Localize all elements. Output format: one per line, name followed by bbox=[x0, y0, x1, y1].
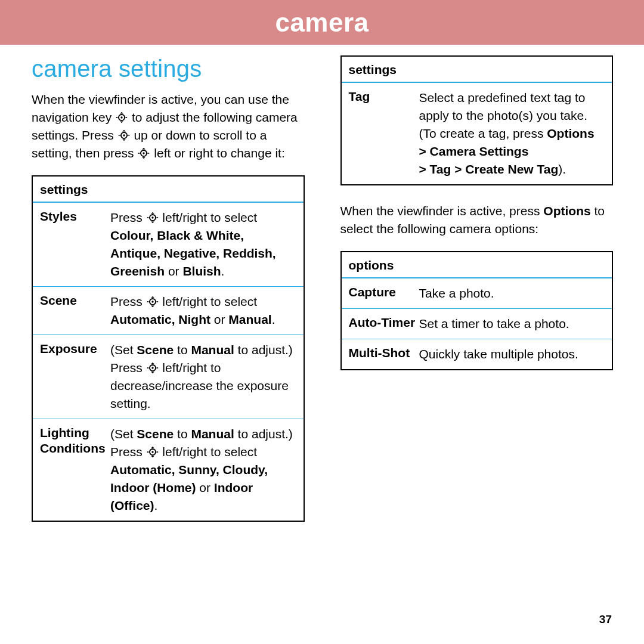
option-desc: Quickly take multiple photos. bbox=[419, 345, 605, 363]
text: Press bbox=[110, 295, 146, 308]
text: . bbox=[154, 499, 158, 512]
table-row: Exposure (Set Scene to Manual to adjust.… bbox=[33, 335, 304, 419]
nav-key-icon bbox=[146, 445, 159, 459]
table-row: Capture Take a photo. bbox=[342, 278, 612, 308]
svg-point-7 bbox=[128, 135, 129, 136]
setting-name: Lighting Conditions bbox=[40, 425, 110, 515]
setting-desc: (Set Scene to Manual to adjust.) Press l… bbox=[110, 425, 296, 515]
setting-name: Exposure bbox=[40, 341, 110, 413]
left-column: camera settings When the viewfinder is a… bbox=[32, 55, 305, 522]
setting-desc: Select a predefined text tag to apply to… bbox=[419, 89, 605, 178]
page-number: 37 bbox=[599, 613, 612, 626]
settings-table: settings Styles Press left/right to sele… bbox=[32, 175, 305, 522]
table-header: settings bbox=[33, 177, 304, 203]
setting-name: Tag bbox=[349, 89, 419, 178]
text: (Set bbox=[110, 343, 137, 357]
svg-point-2 bbox=[116, 117, 117, 118]
option-name: Multi-Shot bbox=[349, 345, 419, 363]
table-row: Lighting Conditions (Set Scene to Manual… bbox=[33, 419, 304, 521]
text: or bbox=[199, 481, 214, 494]
option-last: Bluish bbox=[182, 264, 221, 278]
text: to bbox=[174, 427, 191, 441]
svg-point-26 bbox=[147, 451, 148, 453]
nav-key-icon bbox=[146, 295, 159, 308]
svg-point-23 bbox=[157, 367, 158, 369]
svg-point-17 bbox=[151, 301, 153, 302]
setting-name: Scene bbox=[40, 293, 110, 329]
intro-text-4: left or right to change it: bbox=[154, 146, 284, 160]
menu-path: > Tag > Create New Tag bbox=[419, 162, 559, 176]
svg-point-13 bbox=[151, 216, 153, 218]
banner-title: camera bbox=[275, 8, 369, 37]
options-intro: When the viewfinder is active, press Opt… bbox=[340, 202, 614, 238]
svg-point-22 bbox=[147, 367, 148, 369]
svg-point-1 bbox=[120, 116, 122, 118]
svg-point-15 bbox=[157, 217, 158, 218]
table-header: settings bbox=[342, 57, 612, 83]
svg-point-5 bbox=[123, 134, 125, 136]
svg-point-19 bbox=[157, 301, 158, 302]
option-desc: Set a timer to take a photo. bbox=[419, 315, 605, 333]
option-last: Manual bbox=[228, 312, 271, 326]
bold: Scene bbox=[137, 343, 174, 357]
text: . bbox=[272, 312, 275, 326]
nav-key-icon bbox=[117, 129, 131, 142]
text: or bbox=[168, 264, 183, 278]
text: Lighting bbox=[40, 425, 110, 441]
nav-key-icon bbox=[146, 211, 159, 224]
bold: Manual bbox=[191, 427, 234, 441]
text: When the viewfinder is active, press bbox=[340, 204, 544, 218]
table-row: Multi-Shot Quickly take multiple photos. bbox=[342, 339, 612, 369]
text: left/right to select bbox=[162, 295, 257, 308]
nav-key-icon bbox=[137, 147, 150, 160]
text: or bbox=[214, 312, 229, 326]
text: left/right to select bbox=[162, 210, 257, 224]
bold: Scene bbox=[137, 427, 174, 441]
text: (Set bbox=[110, 427, 137, 441]
bold: Options bbox=[543, 204, 590, 218]
nav-key-icon bbox=[115, 111, 128, 124]
svg-point-11 bbox=[148, 153, 150, 154]
text: . bbox=[221, 264, 225, 278]
svg-point-21 bbox=[151, 367, 153, 369]
table-row: Auto-Timer Set a timer to take a photo. bbox=[342, 308, 612, 339]
page-content: camera settings When the viewfinder is a… bbox=[0, 45, 644, 522]
text: to bbox=[174, 343, 191, 357]
svg-point-27 bbox=[157, 451, 158, 453]
table-row: Tag Select a predefined text tag to appl… bbox=[342, 83, 612, 184]
option-list: Automatic, Night bbox=[110, 312, 210, 326]
text: ). bbox=[558, 162, 566, 176]
svg-point-6 bbox=[118, 135, 119, 136]
option-name: Auto-Timer bbox=[349, 315, 419, 333]
table-row: Styles Press left/right to select Colour… bbox=[33, 203, 304, 286]
svg-point-14 bbox=[147, 217, 148, 218]
right-column: settings Tag Select a predefined text ta… bbox=[340, 55, 614, 522]
svg-point-25 bbox=[151, 451, 153, 453]
setting-desc: Press left/right to select Automatic, Ni… bbox=[110, 293, 296, 329]
text: Conditions bbox=[40, 441, 110, 456]
setting-name: Styles bbox=[40, 209, 110, 280]
option-name: Capture bbox=[349, 284, 419, 302]
intro-paragraph: When the viewfinder is active, you can u… bbox=[32, 91, 305, 162]
settings-table-2: settings Tag Select a predefined text ta… bbox=[340, 55, 614, 185]
setting-desc: (Set Scene to Manual to adjust.) Press l… bbox=[110, 341, 296, 413]
options-table: options Capture Take a photo. Auto-Timer… bbox=[340, 251, 614, 370]
setting-desc: Press left/right to select Colour, Black… bbox=[110, 209, 296, 280]
option-desc: Take a photo. bbox=[419, 284, 605, 302]
svg-point-9 bbox=[143, 152, 145, 154]
text: Press bbox=[110, 210, 146, 224]
text: left/right to select bbox=[162, 445, 257, 459]
svg-point-18 bbox=[147, 301, 148, 302]
bold: Manual bbox=[191, 343, 234, 357]
svg-point-3 bbox=[126, 117, 127, 118]
nav-key-icon bbox=[146, 361, 159, 374]
banner: camera bbox=[0, 0, 644, 45]
svg-point-10 bbox=[138, 153, 140, 154]
table-row: Scene Press left/right to select Automat… bbox=[33, 286, 304, 335]
section-title: camera settings bbox=[32, 55, 305, 82]
table-header: options bbox=[342, 252, 612, 278]
